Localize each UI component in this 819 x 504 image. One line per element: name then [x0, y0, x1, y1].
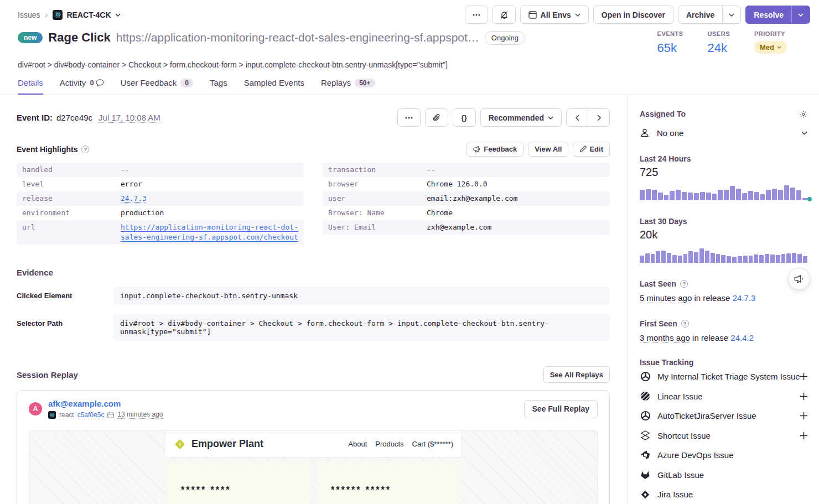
next-event-button[interactable]	[588, 108, 610, 127]
tab-tags-label: Tags	[210, 78, 227, 87]
see-all-replays-button[interactable]: See All Replays	[543, 366, 610, 383]
tab-activity[interactable]: Activity 0	[60, 78, 104, 95]
breadcrumb: Issues › REACT-4CK	[18, 10, 121, 20]
list-item[interactable]: Azure DevOps Issue	[640, 445, 807, 465]
tab-replays-count: 50+	[355, 79, 375, 87]
users-stat-label: USERS	[708, 30, 730, 37]
project-selector[interactable]: REACT-4CK	[53, 10, 120, 20]
chart-bar	[646, 189, 651, 200]
view-json-button[interactable]: {}	[453, 108, 476, 127]
event-actions: {} Recommended	[397, 108, 610, 127]
issue-label: AutoTicketJiraServer Issue	[657, 411, 756, 420]
help-icon[interactable]: ?	[81, 146, 89, 153]
help-icon[interactable]: ?	[680, 280, 688, 288]
last-30-days-chart[interactable]	[640, 246, 807, 263]
chart-bar	[688, 193, 693, 200]
replay-viewport[interactable]: Empower Plant About Products Cart ($****…	[29, 430, 598, 504]
kv-value: Chrome 126.0.0	[427, 179, 488, 189]
site-nav-products: Products	[375, 440, 403, 448]
tab-tags[interactable]: Tags	[210, 78, 227, 95]
chart-bar	[736, 189, 741, 200]
event-timestamp[interactable]: Jul 17, 10:08 AM	[99, 113, 160, 123]
edit-button[interactable]: Edit	[573, 142, 610, 157]
pencil-icon	[579, 146, 587, 153]
event-id-label: Event ID:	[17, 113, 53, 122]
replay-id-link[interactable]: c5af0e5c	[77, 411, 105, 419]
add-issue-button[interactable]	[800, 432, 807, 439]
substatus-badge: Ongoing	[485, 31, 525, 45]
resolve-dropdown-button[interactable]	[791, 6, 810, 24]
chart-bar	[694, 193, 699, 200]
table-row: transaction--	[323, 163, 610, 177]
chart-bar	[667, 253, 671, 263]
environment-selector[interactable]: All Envs	[520, 6, 589, 24]
first-seen-release-link[interactable]: 24.4.2	[730, 333, 754, 342]
events-stat-value[interactable]: 65k	[657, 41, 677, 55]
main-panel: Event ID: d27ce49c Jul 17, 10:08 AM {} R…	[0, 95, 628, 504]
breadcrumb-issues-link[interactable]: Issues	[18, 11, 40, 19]
issue-tracking-section: Issue Tracking My Internal Ticket Triage…	[640, 358, 807, 504]
tab-activity-label: Activity	[60, 78, 86, 87]
list-item[interactable]: AutoTicketJiraServer Issue	[640, 406, 807, 426]
feedback-fab-button[interactable]	[788, 268, 810, 290]
add-issue-button[interactable]	[800, 393, 807, 400]
see-full-replay-button[interactable]: See Full Replay	[524, 400, 598, 418]
empower-plant-logo-icon	[173, 438, 186, 451]
mute-notifications-button[interactable]	[493, 6, 516, 24]
archive-dropdown-button[interactable]	[722, 6, 741, 24]
tab-sampled-events[interactable]: Sampled Events	[244, 78, 304, 95]
ticket-system-icon	[640, 371, 651, 382]
add-issue-button[interactable]	[800, 412, 807, 419]
event-pager	[566, 108, 610, 127]
resolve-button[interactable]: Resolve	[745, 6, 792, 24]
list-item[interactable]: Linear Issue	[640, 387, 807, 407]
last-seen-ago[interactable]: 5 minutes ago	[640, 293, 692, 303]
open-in-discover-button[interactable]: Open in Discover	[593, 6, 673, 24]
chart-bar	[730, 186, 735, 200]
tab-replays[interactable]: Replays 50+	[321, 78, 375, 95]
archive-button[interactable]: Archive	[678, 6, 723, 24]
last-24-hours-chart[interactable]	[640, 184, 807, 200]
add-issue-button[interactable]	[800, 373, 807, 380]
release-link[interactable]: 24.7.3	[121, 194, 147, 204]
kv-key: url	[22, 222, 121, 242]
list-item[interactable]: Jira Issue	[640, 485, 807, 504]
last-seen-section: Last Seen ? 5 minutes ago in release 24.…	[640, 279, 807, 303]
feedback-button[interactable]: Feedback	[466, 142, 523, 157]
chevron-down-icon	[801, 131, 807, 135]
event-more-options-button[interactable]	[397, 108, 421, 127]
replay-time-ago[interactable]: 13 minutes ago	[117, 411, 163, 419]
first-seen-ago[interactable]: 3 months ago	[640, 333, 690, 343]
azure-devops-icon	[640, 450, 651, 460]
more-options-button[interactable]	[465, 6, 488, 24]
gear-icon[interactable]	[799, 110, 807, 118]
help-icon[interactable]: ?	[681, 320, 689, 328]
chart-bar	[727, 256, 731, 263]
tab-details[interactable]: Details	[18, 78, 43, 95]
chart-bar	[672, 255, 677, 263]
tab-details-label: Details	[18, 78, 43, 87]
users-stat-value[interactable]: 24k	[708, 41, 727, 55]
product-card: ***** **** *** **** **** *** ******* Add…	[167, 461, 310, 504]
view-all-button[interactable]: View All	[528, 142, 568, 157]
selector-path-label: Selector Path	[17, 314, 113, 328]
list-item[interactable]: GitLab Issue	[640, 465, 807, 485]
priority-dropdown[interactable]: Med	[754, 41, 787, 54]
event-navigation-dropdown[interactable]: Recommended	[480, 108, 562, 127]
replay-user-email-link[interactable]: afk@example.com	[48, 399, 163, 408]
chart-bar	[796, 190, 801, 200]
attachments-button[interactable]	[425, 108, 448, 127]
tab-user-feedback-label: User Feedback	[121, 78, 177, 87]
assignee-selector[interactable]: No one	[640, 128, 807, 138]
first-seen-in-release: in release	[692, 333, 728, 342]
events-stat-label: EVENTS	[657, 30, 683, 37]
chart-bar	[694, 252, 698, 263]
list-item[interactable]: Shortcut Issue	[640, 426, 807, 446]
url-link[interactable]: https://application-monitoring-react-dot…	[121, 222, 298, 242]
last-seen-release-link[interactable]: 24.7.3	[733, 293, 756, 303]
tab-user-feedback[interactable]: User Feedback 0	[121, 78, 193, 95]
chart-bar	[802, 198, 807, 200]
previous-event-button[interactable]	[566, 108, 588, 127]
highlights-left-table: handled-- levelerror release24.7.3 envir…	[17, 163, 304, 245]
list-item[interactable]: My Internal Ticket Triage System Issue	[640, 367, 807, 387]
